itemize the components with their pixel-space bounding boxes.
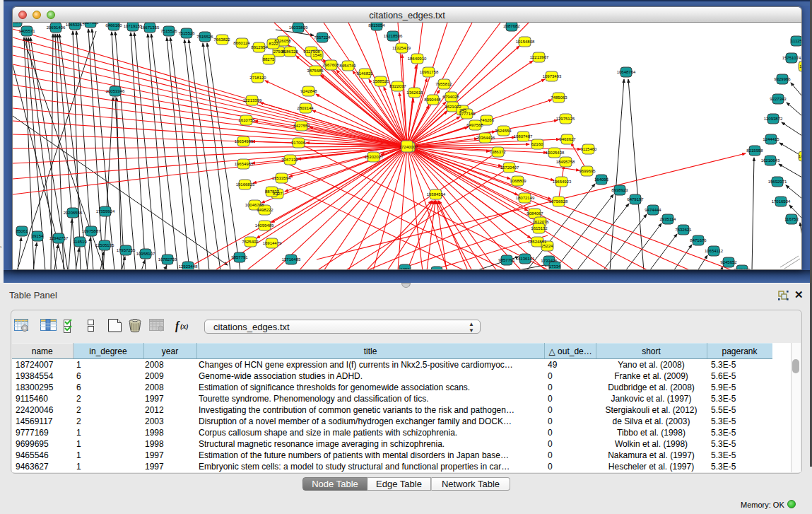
svg-text:20206556: 20206556 [64,211,83,215]
svg-text:15716485: 15716485 [282,257,301,262]
svg-text:6497568: 6497568 [466,123,483,127]
svg-text:19654985: 19654985 [235,139,254,144]
svg-text:14099489: 14099489 [255,223,274,228]
svg-text:164095: 164095 [594,177,609,182]
svg-text:85061: 85061 [16,229,28,233]
svg-text:16782759: 16782759 [158,257,177,262]
svg-text:1546: 1546 [312,53,322,57]
svg-text:20691406: 20691406 [47,25,66,30]
svg-text:16671355: 16671355 [141,25,160,30]
svg-text:6794028: 6794028 [442,95,459,99]
svg-text:1244415: 1244415 [763,137,779,141]
svg-text:9084067: 9084067 [526,211,543,216]
svg-text:f: f [175,320,180,332]
svg-text:1615132: 1615132 [531,226,548,230]
svg-text:2087682: 2087682 [503,24,520,28]
svg-text:9242848: 9242848 [300,89,317,93]
svg-text:9699695: 9699695 [579,169,596,173]
svg-text:887833: 887833 [265,189,280,194]
svg-text:1068809: 1068809 [510,179,526,183]
svg-text:10756928: 10756928 [549,199,568,204]
svg-text:12505135: 12505135 [95,243,114,247]
svg-text:1362615: 1362615 [406,90,423,95]
svg-text:8471676: 8471676 [690,238,707,243]
svg-text:1610755: 1610755 [238,118,255,122]
svg-text:7632621: 7632621 [675,228,692,232]
svg-text:15302027: 15302027 [365,155,384,159]
svg-text:20364436: 20364436 [476,136,495,140]
svg-text:17016504: 17016504 [772,199,791,204]
svg-text:12923448: 12923448 [179,264,198,269]
svg-text:7955812: 7955812 [435,82,452,86]
svg-text:8912954: 8912954 [251,45,268,49]
svg-text:6479197: 6479197 [627,197,644,201]
svg-text:9245652: 9245652 [720,260,737,264]
svg-text:7386372: 7386372 [489,150,506,154]
svg-text:88275: 88275 [263,57,275,62]
svg-text:7485063: 7485063 [551,95,567,100]
svg-text:8215958: 8215958 [746,148,763,153]
svg-text:7515526: 7515526 [178,31,195,35]
svg-text:7625402: 7625402 [242,240,259,244]
svg-text:116753: 116753 [784,217,799,221]
svg-text:8427552: 8427552 [293,124,310,128]
svg-text:10046768: 10046768 [245,203,264,207]
svg-text:8454749: 8454749 [339,64,356,68]
svg-text:7663822: 7663822 [213,37,230,42]
svg-text:10154808: 10154808 [516,40,535,44]
svg-text:16210643: 16210643 [761,158,780,163]
svg-text:10025438: 10025438 [546,151,565,155]
svg-text:15720407: 15720407 [500,165,519,170]
svg-text:317006: 317006 [291,141,306,145]
svg-text:9245652: 9245652 [734,268,751,269]
svg-text:8322037: 8322037 [389,84,406,88]
svg-text:25224: 25224 [541,244,553,248]
svg-text:8938923: 8938923 [611,188,628,192]
svg-text:15692971: 15692971 [768,180,787,184]
svg-text:10958107: 10958107 [136,252,155,256]
svg-text:10648764: 10648764 [617,70,636,74]
svg-text:6466160: 6466160 [105,23,122,28]
svg-text:10807487: 10807487 [514,134,533,139]
svg-text:17957255: 17957255 [117,248,136,252]
svg-text:13533594: 13533594 [272,176,291,180]
svg-text:12213399: 12213399 [243,98,262,103]
svg-text:8660124: 8660124 [233,41,250,45]
svg-text:114519: 114519 [73,240,87,244]
svg-text:10975887: 10975887 [82,229,101,233]
svg-text:7515526: 7515526 [160,29,177,33]
svg-text:17334: 17334 [549,264,561,269]
svg-text:10973493: 10973493 [543,74,562,78]
svg-text:9146821: 9146821 [356,71,373,76]
svg-text:18495758: 18495758 [556,160,575,164]
svg-text:7515526: 7515526 [196,35,213,39]
svg-text:9329966: 9329966 [774,77,791,81]
svg-text:1588520: 1588520 [372,79,389,83]
svg-text:1921: 1921 [13,23,21,24]
svg-text:19218506: 19218506 [384,34,403,38]
svg-text:16033809: 16033809 [289,25,308,30]
svg-text:17240007: 17240007 [399,145,418,149]
svg-text:10654112: 10654112 [705,249,724,253]
svg-text:8813054: 8813054 [368,23,385,28]
svg-text:2718120: 2718120 [249,76,266,80]
svg-text:9857791: 9857791 [231,255,248,259]
svg-text:12093872: 12093872 [764,117,783,121]
svg-text:(x): (x) [180,322,189,331]
svg-text:1292: 1292 [400,267,410,269]
svg-text:746266: 746266 [480,118,495,122]
svg-text:8322: 8322 [269,42,278,46]
svg-text:62160: 62160 [531,142,543,146]
svg-text:12942757: 12942757 [49,236,69,240]
svg-text:17359924: 17359924 [96,209,115,214]
svg-text:1527602: 1527602 [82,23,99,25]
svg-text:19654923: 19654923 [553,180,572,184]
svg-text:1405571: 1405571 [18,29,35,33]
svg-text:3267130: 3267130 [281,158,298,162]
svg-text:14136141: 14136141 [516,257,535,261]
svg-text:19654985: 19654985 [235,162,254,166]
svg-text:11325419: 11325419 [392,46,411,50]
svg-text:12975125: 12975125 [556,117,575,121]
svg-text:19384554: 19384554 [427,192,446,197]
svg-text:1733426: 1733426 [541,259,558,263]
